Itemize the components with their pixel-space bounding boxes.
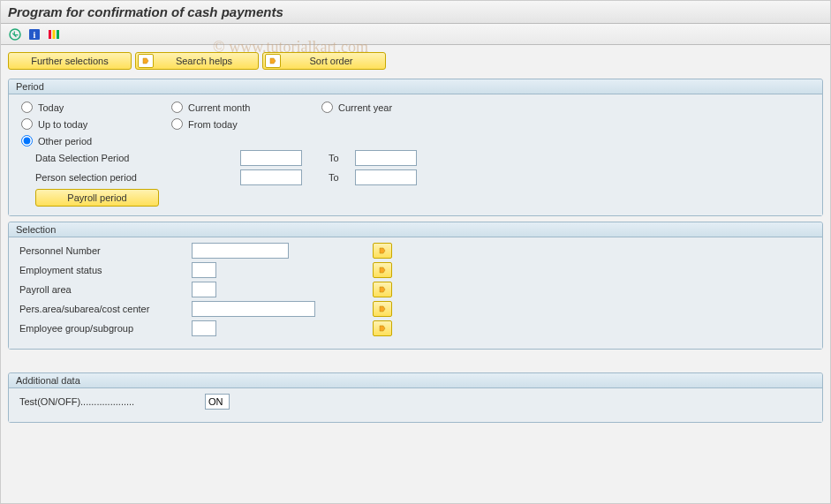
test-label: Test(ON/OFF)....................: [19, 396, 205, 407]
svg-rect-4: [53, 30, 56, 39]
multi-select-button[interactable]: [373, 243, 392, 259]
selection-row: Payroll area: [19, 282, 812, 297]
radio-current-year[interactable]: Current year: [320, 100, 392, 115]
group-header: Period: [9, 79, 822, 94]
employee-group-input[interactable]: [192, 320, 216, 336]
personnel-number-label: Personnel Number: [19, 245, 192, 256]
additional-data-group: Additional data Test(ON/OFF)............…: [8, 372, 823, 423]
multi-select-button[interactable]: [373, 301, 392, 317]
info-icon[interactable]: i: [27, 27, 42, 41]
toolbar: i: [1, 24, 830, 45]
radio-label: From today: [188, 119, 238, 130]
payroll-area-label: Payroll area: [19, 284, 192, 295]
svg-rect-5: [57, 30, 59, 39]
selection-row: Personnel Number: [19, 243, 812, 259]
person-selection-to-input[interactable]: [355, 169, 417, 185]
title-bar: Program for confirmation of cash payment…: [1, 1, 830, 24]
pers-area-input[interactable]: [192, 301, 315, 317]
group-header: Selection: [9, 222, 822, 237]
pers-area-label: Pers.area/subarea/cost center: [19, 304, 192, 314]
group-body: Today Current month Current year Up to t…: [9, 94, 822, 215]
multi-select-button[interactable]: [373, 320, 392, 336]
data-selection-period-label: Data Selection Period: [19, 153, 240, 163]
radio-up-to-today[interactable]: Up to today: [19, 117, 87, 132]
data-selection-from-input[interactable]: [240, 150, 302, 166]
multi-select-button[interactable]: [373, 282, 392, 297]
button-bar: Further selections Search helps Sort ord…: [1, 45, 830, 73]
radio-label: Current year: [338, 102, 392, 113]
radio-current-month[interactable]: Current month: [170, 100, 250, 115]
period-group: Period Today Current month Current year …: [8, 79, 823, 216]
to-label: To: [302, 172, 355, 183]
app-window: Program for confirmation of cash payment…: [0, 0, 831, 504]
page-title: Program for confirmation of cash payment…: [8, 4, 283, 19]
arrow-right-icon: [138, 54, 154, 68]
radio-label: Other period: [38, 136, 92, 147]
radio-label: Up to today: [38, 119, 87, 130]
search-helps-button[interactable]: Search helps: [135, 52, 259, 70]
svg-point-0: [10, 29, 20, 40]
further-selections-button[interactable]: Further selections: [8, 52, 132, 70]
radio-label: Today: [38, 102, 64, 113]
button-label: Search helps: [176, 56, 232, 66]
multi-select-button[interactable]: [373, 262, 392, 278]
button-label: Payroll period: [67, 192, 126, 203]
selection-group: Selection Personnel Number Employment st…: [8, 222, 823, 350]
employment-status-label: Employment status: [19, 265, 192, 275]
selection-row: Employment status: [19, 262, 812, 278]
employment-status-input[interactable]: [192, 262, 216, 278]
personnel-number-input[interactable]: [192, 243, 289, 259]
sort-order-button[interactable]: Sort order: [262, 52, 386, 70]
to-label: To: [302, 153, 355, 163]
button-label: Sort order: [310, 56, 353, 66]
svg-text:i: i: [34, 30, 36, 40]
svg-rect-3: [49, 30, 51, 39]
person-selection-period-label: Person selection period: [19, 172, 240, 183]
radio-from-today[interactable]: From today: [170, 117, 238, 132]
radio-label: Current month: [188, 102, 250, 113]
button-label: Further selections: [31, 56, 108, 66]
person-selection-from-input[interactable]: [240, 169, 302, 185]
variant-icon[interactable]: [47, 27, 61, 41]
data-selection-to-input[interactable]: [355, 150, 417, 166]
payroll-period-button[interactable]: Payroll period: [35, 189, 159, 207]
group-body: Test(ON/OFF)....................: [9, 388, 822, 422]
group-header: Additional data: [9, 373, 822, 388]
radio-other-period[interactable]: Other period: [19, 133, 92, 148]
selection-row: Employee group/subgroup: [19, 320, 812, 336]
arrow-right-icon: [265, 54, 281, 68]
employee-group-label: Employee group/subgroup: [19, 323, 192, 334]
test-value-input[interactable]: [205, 394, 230, 410]
group-body: Personnel Number Employment status Payro…: [9, 237, 822, 349]
radio-today[interactable]: Today: [19, 100, 64, 115]
selection-row: Pers.area/subarea/cost center: [19, 301, 812, 317]
execute-icon[interactable]: [8, 27, 22, 41]
payroll-area-input[interactable]: [192, 282, 216, 297]
